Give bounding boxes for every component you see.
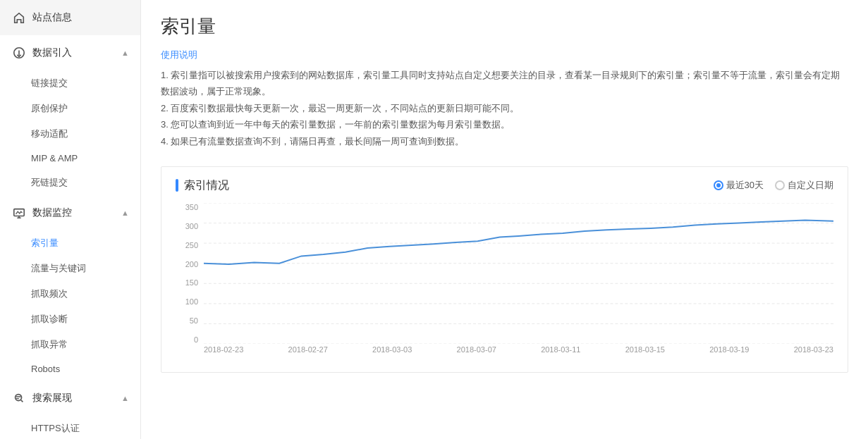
radio-label-30days: 最近30天 bbox=[726, 179, 764, 192]
x-label-6: 2018-03-19 bbox=[709, 345, 749, 365]
y-label-350: 350 bbox=[176, 203, 201, 211]
y-label-250: 250 bbox=[176, 241, 201, 249]
chart-inner bbox=[204, 203, 833, 344]
sidebar-sub-items-data-import: 链接提交 原创保护 移动适配 MIP & AMP 死链提交 bbox=[0, 70, 140, 195]
radio-label-custom: 自定义日期 bbox=[788, 179, 833, 192]
sidebar-item-crawl-anomaly[interactable]: 抓取异常 bbox=[31, 332, 140, 357]
main-content: 索引量 使用说明 1. 索引量指可以被搜索用户搜索到的网站数据库，索引量工具同时… bbox=[141, 0, 868, 439]
usage-line-3: 3. 您可以查询到近一年中每天的索引量数据，一年前的索引量数据为每月索引量数据。 bbox=[161, 116, 848, 132]
x-label-4: 2018-03-11 bbox=[541, 345, 580, 365]
svg-point-2 bbox=[16, 395, 22, 401]
y-label-100: 100 bbox=[176, 297, 201, 306]
usage-title: 使用说明 bbox=[161, 49, 848, 61]
radio-custom-date[interactable]: 自定义日期 bbox=[775, 179, 833, 192]
search-display-icon bbox=[11, 390, 27, 406]
sidebar-item-dead-link[interactable]: 死链提交 bbox=[31, 170, 140, 195]
radio-last-30-days[interactable]: 最近30天 bbox=[714, 179, 764, 192]
usage-line-4: 4. 如果已有流量数据查询不到，请隔日再查，最长间隔一周可查询到数据。 bbox=[161, 133, 848, 149]
x-label-0: 2018-02-23 bbox=[204, 345, 243, 365]
chevron-down-icon: ▲ bbox=[121, 49, 129, 57]
y-label-150: 150 bbox=[176, 278, 201, 287]
sidebar-item-original-protect[interactable]: 原创保护 bbox=[31, 96, 140, 121]
sidebar-item-station-info[interactable]: 站点信息 bbox=[0, 0, 140, 35]
chart-svg bbox=[204, 203, 833, 344]
sidebar-section-label: 搜索展现 bbox=[32, 392, 72, 404]
svg-rect-3 bbox=[16, 396, 21, 397]
y-axis-labels: 0 50 100 150 200 250 300 350 bbox=[176, 203, 201, 344]
y-label-0: 0 bbox=[176, 335, 201, 344]
sidebar-section-label: 数据引入 bbox=[32, 47, 72, 59]
sidebar-item-traffic-keywords[interactable]: 流量与关键词 bbox=[31, 256, 140, 281]
x-label-7: 2018-03-23 bbox=[794, 345, 833, 365]
x-label-2: 2018-03-03 bbox=[372, 345, 412, 365]
home-icon bbox=[11, 10, 27, 25]
sidebar-item-robots[interactable]: Robots bbox=[31, 357, 140, 381]
radio-circle-empty bbox=[775, 180, 785, 190]
x-label-5: 2018-03-15 bbox=[625, 345, 665, 365]
sidebar-section-label: 数据监控 bbox=[32, 206, 72, 219]
radio-circle-filled bbox=[714, 180, 723, 190]
x-label-1: 2018-02-27 bbox=[288, 345, 328, 365]
sidebar-item-mip-amp[interactable]: MIP & AMP bbox=[31, 147, 140, 170]
sidebar-item-https[interactable]: HTTPS认证 bbox=[31, 416, 140, 439]
y-label-200: 200 bbox=[176, 260, 201, 268]
chart-section: 索引情况 最近30天 自定义日期 0 50 100 150 200 2 bbox=[161, 166, 848, 373]
usage-line-1: 1. 索引量指可以被搜索用户搜索到的网站数据库，索引量工具同时支持站点自定义想要… bbox=[161, 67, 848, 100]
sidebar: 站点信息 数据引入 ▲ 链接提交 原创保护 移动适配 MIP & AMP 死链提… bbox=[0, 0, 141, 439]
usage-line-2: 2. 百度索引数据最快每天更新一次，最迟一周更新一次，不同站点的更新日期可能不同… bbox=[161, 100, 848, 116]
radio-group-period: 最近30天 自定义日期 bbox=[714, 179, 833, 192]
sidebar-sub-items-search-display: HTTPS认证 bbox=[0, 416, 140, 439]
svg-rect-4 bbox=[16, 398, 20, 399]
data-import-icon bbox=[11, 45, 27, 61]
sidebar-section-data-monitor[interactable]: 数据监控 ▲ bbox=[0, 195, 140, 230]
sidebar-sub-items-data-monitor: 索引量 流量与关键词 抓取频次 抓取诊断 抓取异常 Robots bbox=[0, 230, 140, 381]
sidebar-item-label: 站点信息 bbox=[32, 11, 72, 24]
chart-title: 索引情况 bbox=[176, 178, 229, 193]
page-title: 索引量 bbox=[161, 14, 848, 39]
chart-area: 0 50 100 150 200 250 300 350 bbox=[176, 203, 833, 365]
chevron-down-icon: ▲ bbox=[121, 209, 129, 217]
chevron-down-icon: ▲ bbox=[121, 394, 129, 402]
sidebar-item-index-count[interactable]: 索引量 bbox=[31, 230, 140, 256]
usage-section: 使用说明 1. 索引量指可以被搜索用户搜索到的网站数据库，索引量工具同时支持站点… bbox=[161, 49, 848, 149]
chart-header: 索引情况 最近30天 自定义日期 bbox=[176, 178, 833, 193]
sidebar-item-crawl-frequency[interactable]: 抓取频次 bbox=[31, 281, 140, 307]
x-axis-labels: 2018-02-23 2018-02-27 2018-03-03 2018-03… bbox=[204, 345, 833, 365]
sidebar-item-mobile-adapt[interactable]: 移动适配 bbox=[31, 121, 140, 147]
y-label-50: 50 bbox=[176, 316, 201, 325]
sidebar-item-link-submit[interactable]: 链接提交 bbox=[31, 70, 140, 96]
sidebar-section-search-display[interactable]: 搜索展现 ▲ bbox=[0, 381, 140, 416]
y-label-300: 300 bbox=[176, 222, 201, 230]
sidebar-item-crawl-diagnosis[interactable]: 抓取诊断 bbox=[31, 307, 140, 332]
sidebar-section-data-import[interactable]: 数据引入 ▲ bbox=[0, 35, 140, 70]
x-label-3: 2018-03-07 bbox=[457, 345, 496, 365]
monitor-icon bbox=[11, 205, 27, 221]
